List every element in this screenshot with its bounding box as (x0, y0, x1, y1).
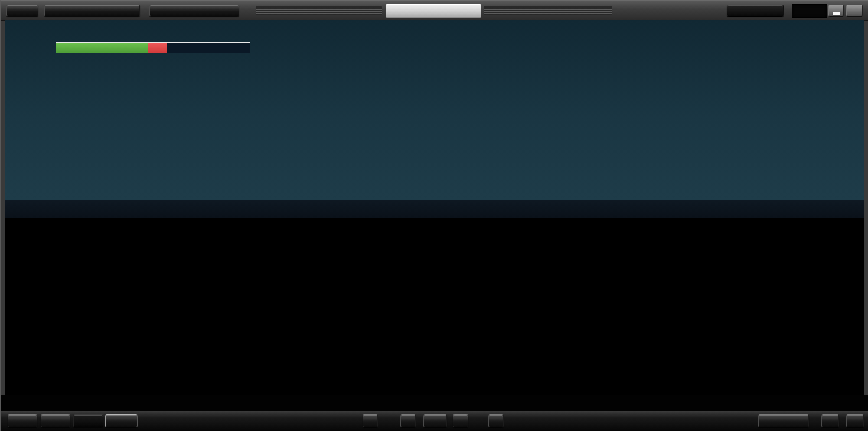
info-button[interactable] (821, 414, 839, 427)
step-size-display[interactable] (792, 4, 827, 18)
sp-view-button[interactable] (8, 414, 37, 427)
screenshot-button[interactable] (149, 5, 239, 17)
grip-ridges-left (256, 6, 382, 15)
frequency-display[interactable] (678, 27, 856, 115)
sdruno-main-sp-window (0, 0, 868, 431)
grip-ridges-right (484, 6, 612, 15)
ruler-ticks (5, 200, 864, 218)
zoom-in-button[interactable] (400, 414, 416, 427)
step-lock-button[interactable] (727, 5, 784, 17)
window-title-plate[interactable] (386, 4, 481, 18)
sp-wf-view-button[interactable] (73, 414, 103, 427)
bottom-toolbar (1, 411, 868, 431)
vfo-button[interactable] (423, 414, 447, 427)
settings-button[interactable] (6, 5, 38, 17)
title-bar[interactable] (1, 1, 868, 21)
s-meter[interactable] (31, 28, 279, 67)
rbw-decrease-button[interactable] (453, 414, 468, 427)
close-button[interactable] (846, 5, 863, 17)
frequency-ruler[interactable] (5, 200, 864, 218)
waterfall-display[interactable] (5, 218, 864, 395)
minimize-button[interactable] (828, 5, 844, 17)
smeter-green-segment (56, 43, 148, 53)
resize-handle-button[interactable] (846, 414, 864, 427)
pwr-snr-to-csv-button[interactable] (44, 5, 140, 17)
spectrum-panel (5, 20, 864, 200)
combo-view-button[interactable] (105, 414, 138, 427)
wf-view-button[interactable] (41, 414, 70, 427)
rbw-increase-button[interactable] (488, 414, 504, 427)
minimize-icon (833, 12, 840, 15)
signal-readout (53, 77, 95, 86)
squelch-threshold-button[interactable] (758, 414, 809, 427)
zoom-out-button[interactable] (363, 414, 378, 427)
smeter-bar (56, 42, 250, 53)
smeter-red-segment (148, 43, 167, 53)
status-bar (1, 395, 868, 411)
